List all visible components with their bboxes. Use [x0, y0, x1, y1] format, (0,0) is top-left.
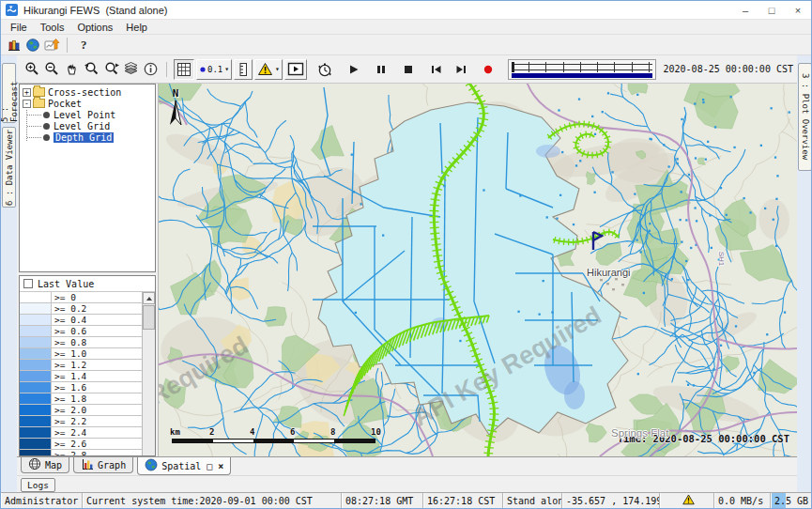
gauge-dot	[607, 92, 609, 94]
gauge-dot	[694, 207, 696, 208]
status-text: -35.657 , 174.199	[566, 496, 660, 506]
last-value-label: Last Value	[38, 279, 94, 289]
menu-options[interactable]: Options	[70, 22, 119, 33]
gauge-dot	[775, 245, 777, 247]
legend-label: >= 0.4	[52, 315, 142, 325]
menu-help[interactable]: Help	[119, 22, 154, 33]
zoom-out-icon[interactable]	[42, 60, 62, 79]
tab-map[interactable]: Map	[21, 457, 69, 473]
maximize-button[interactable]: □	[758, 5, 785, 16]
road-label-sh1: SH1	[717, 252, 726, 267]
layers-icon[interactable]	[121, 60, 141, 79]
dock-tab-5-forecast[interactable]: 5 : Forecast	[2, 63, 16, 123]
gauge-dot	[483, 189, 484, 191]
status-text: Administrator	[5, 496, 78, 506]
legend-swatch	[20, 393, 52, 404]
left-panel: +Cross-section-PocketLevel PointLevel Gr…	[17, 84, 159, 456]
warning-icon[interactable]	[682, 494, 695, 507]
vegetation-patch	[264, 307, 286, 327]
legend-scrollbar[interactable]	[142, 292, 155, 456]
gauge-dot	[546, 216, 548, 218]
spatial-display-icon[interactable]	[23, 37, 42, 54]
gauge-dot	[705, 159, 707, 161]
animation-button[interactable]	[284, 59, 307, 80]
play-button[interactable]	[345, 60, 364, 79]
gauge-dot	[696, 220, 697, 222]
gauge-dot	[707, 141, 709, 143]
warning-triangle-icon	[257, 62, 273, 76]
gauge-dot	[694, 102, 696, 104]
legend-row: >= 0.2	[20, 303, 142, 315]
gauge-dot	[720, 345, 722, 347]
record-button[interactable]	[479, 60, 498, 79]
gauge-dot	[702, 101, 704, 103]
tree-expander-icon[interactable]: +	[23, 88, 31, 97]
north-label: N	[168, 87, 183, 100]
tree-item-level-grid[interactable]: Level Grid	[20, 120, 155, 131]
dock-tab-3-plot-overview[interactable]: 3 : Plot Overview	[798, 63, 812, 171]
menu-tools[interactable]: Tools	[34, 22, 71, 33]
gauge-dot	[753, 372, 755, 374]
skip-to-start-button[interactable]	[426, 60, 446, 79]
tree-item-pocket[interactable]: -Pocket	[20, 98, 155, 109]
gauge-dot	[690, 247, 692, 249]
status-warning-cell[interactable]	[660, 493, 714, 508]
gauge-dot	[789, 111, 790, 113]
tab-graph[interactable]: Graph	[73, 457, 133, 473]
skip-to-end-button[interactable]	[452, 60, 471, 79]
zoom-previous-icon[interactable]	[82, 60, 101, 79]
menu-file[interactable]: File	[4, 22, 34, 33]
ruler-icon	[237, 62, 250, 77]
help-button[interactable]: ?	[73, 38, 95, 53]
tree-expander-icon[interactable]: -	[23, 100, 31, 108]
scale-tick-label: 8	[330, 427, 335, 437]
zoom-next-icon[interactable]	[101, 60, 121, 79]
tab-maximize-icon[interactable]: □	[207, 461, 212, 471]
last-value-checkbox[interactable]	[23, 279, 33, 288]
gauge-dot	[671, 278, 673, 280]
thresholds-warning-button[interactable]: ▾	[254, 59, 283, 80]
chevron-down-icon: ▾	[224, 65, 229, 73]
logs-button[interactable]: Logs	[21, 478, 55, 492]
scroll-up-button[interactable]	[143, 292, 155, 304]
tab-close-icon[interactable]: ×	[218, 461, 223, 471]
zoom-in-icon[interactable]	[23, 60, 42, 79]
close-button[interactable]: ×	[785, 5, 811, 16]
legend-panel: Last Value >= 0>= 0.2>= 0.4>= 0.6>= 0.8>…	[19, 275, 156, 456]
tab-spatial[interactable]: Spatial□×	[137, 457, 231, 475]
gauge-dot	[681, 241, 682, 243]
minimize-button[interactable]: –	[732, 5, 758, 16]
info-icon[interactable]	[141, 60, 161, 79]
gauge-dot	[687, 279, 689, 281]
tree-item-level-point[interactable]: Level Point	[20, 109, 155, 120]
scrollbar-track[interactable]	[143, 330, 155, 456]
scale-ruler-button[interactable]	[234, 59, 253, 80]
gauge-dot	[551, 311, 553, 313]
scrollbar-thumb[interactable]	[143, 305, 155, 330]
data-display-icon[interactable]	[42, 37, 61, 54]
threshold-dropdown-button[interactable]: 0.1 ▾	[196, 59, 232, 80]
time-slider[interactable]	[508, 59, 656, 80]
dock-tab-6-data-viewer[interactable]: 6 : Data Viewer	[2, 127, 16, 208]
scale-segment	[213, 440, 253, 442]
pause-button[interactable]	[372, 60, 391, 79]
north-arrow: N	[168, 87, 183, 130]
gauge-dot	[611, 171, 613, 173]
tree-item-depth-grid[interactable]: Depth Grid	[20, 131, 155, 143]
pan-hand-icon[interactable]	[62, 60, 82, 79]
explorer-icon[interactable]	[5, 37, 23, 54]
gauge-dot	[663, 144, 665, 146]
gauge-dot	[749, 211, 751, 213]
gauge-dot	[636, 239, 637, 241]
time-slider-track[interactable]	[512, 62, 652, 71]
set-time-icon[interactable]	[315, 60, 335, 79]
folder-icon	[33, 99, 45, 108]
stop-button[interactable]	[399, 60, 419, 79]
time-slider-handle[interactable]	[512, 62, 514, 72]
folder-icon	[33, 87, 45, 97]
map-canvas[interactable]: API Key Required API Key Required N km 2…	[159, 84, 797, 456]
grid-display-button[interactable]	[174, 59, 194, 80]
gauge-dot	[695, 157, 697, 159]
gauge-dot	[579, 160, 581, 162]
legend-swatch	[20, 450, 52, 456]
